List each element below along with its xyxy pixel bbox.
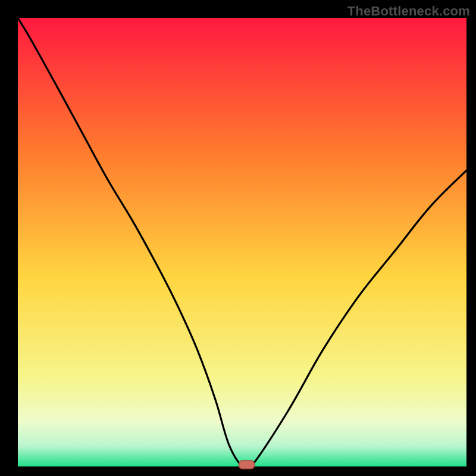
chart-container: TheBottleneck.com xyxy=(0,0,476,476)
watermark-label: TheBottleneck.com xyxy=(347,4,470,19)
plot-area xyxy=(18,18,466,466)
bottleneck-chart xyxy=(0,0,476,476)
minimum-marker xyxy=(239,461,255,469)
